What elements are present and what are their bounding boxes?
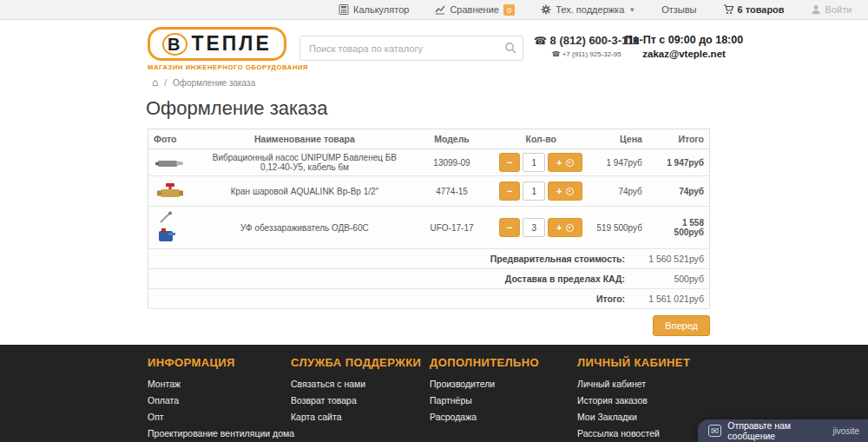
update-quantity-icon[interactable] — [566, 224, 574, 232]
grand-total-value: 1 561 021руб — [628, 294, 704, 304]
footer-heading: СЛУЖБА ПОДДЕРЖКИ — [291, 356, 421, 369]
qty-increase-button[interactable]: + — [548, 181, 582, 201]
calculator-label: Калькулятор — [353, 4, 409, 15]
phone-icon: ☎ — [534, 35, 547, 47]
logo-letter: В — [162, 33, 187, 56]
footer-heading: ЛИЧНЫЙ КАБИНЕТ — [577, 356, 690, 369]
compare-count-badge: 0 — [503, 4, 515, 16]
footer-link[interactable]: Оплата — [148, 395, 294, 406]
cell-qty: − + — [494, 207, 588, 249]
product-model: 4774-15 — [410, 176, 494, 207]
shipping-label: Доставка в пределах КАД: — [505, 274, 625, 284]
support-menu[interactable]: Тех. поддержка ▼ — [541, 4, 635, 15]
product-name-link[interactable]: Вибрационный насос UNIPUMP Бавленец БВ 0… — [200, 149, 410, 176]
calculator-link[interactable]: Калькулятор — [339, 4, 409, 15]
col-qty: Кол-во — [494, 129, 588, 149]
calculator-icon — [339, 4, 349, 15]
product-photo-valve[interactable] — [154, 180, 187, 202]
contact-email[interactable]: zakaz@vteple.net — [625, 49, 743, 59]
product-photo-uv-unit[interactable] — [154, 210, 187, 245]
search-icon[interactable] — [504, 42, 516, 54]
logo-subtitle: МАГАЗИН ИНЖЕНЕРНОГО ОБОРУДОВАНИЯ — [148, 63, 308, 71]
compare-chart-icon — [435, 4, 445, 15]
cart-section: Фото Наименование товара Модель Кол-во Ц… — [148, 129, 710, 336]
product-name-link[interactable]: Кран шаровой AQUALINK Вр-Вр 1/2" — [200, 176, 410, 207]
shipping-value: 500руб — [628, 274, 704, 284]
product-name-link[interactable]: УФ обеззараживатель ОДВ-60С — [200, 207, 410, 249]
cart-link[interactable]: 6 товаров — [723, 4, 785, 15]
footer-link[interactable]: Проектирование вентиляции дома — [148, 428, 294, 439]
footer-link[interactable]: Расродажа — [430, 412, 539, 422]
work-hours: Пн-Пт с 09:00 до 18:00 — [625, 34, 743, 46]
reviews-link[interactable]: Отзывы — [661, 4, 696, 15]
footer-link[interactable]: Производители — [430, 379, 539, 389]
col-total: Итого — [648, 129, 710, 149]
col-model: Модель — [410, 129, 494, 149]
total-row: Доставка в пределах КАД: 500руб — [148, 269, 710, 289]
footer-link[interactable]: Монтаж — [148, 379, 294, 389]
compare-label: Сравнение — [450, 4, 499, 15]
cart-count-label: 6 товаров — [738, 4, 785, 15]
qty-increase-button[interactable]: + — [548, 218, 582, 237]
footer-link[interactable]: Личный кабинет — [577, 379, 690, 389]
jivosite-brand-link[interactable]: jivosite — [832, 426, 859, 436]
home-icon[interactable]: ⌂ — [152, 76, 158, 89]
footer-link[interactable]: Карта сайта — [291, 412, 421, 422]
phone-icon-small: ☎ — [551, 50, 560, 58]
cart-actions: Вперед — [148, 315, 710, 336]
plus-icon: + — [556, 157, 562, 168]
top-utility-bar: Калькулятор Сравнение 0 Тех. поддержка ▼… — [0, 0, 868, 20]
breadcrumb-separator: / — [164, 78, 167, 88]
qty-decrease-button[interactable]: − — [499, 218, 520, 237]
plus-icon: + — [556, 186, 562, 196]
grand-total-label: Итого: — [596, 294, 625, 304]
product-total: 1 558 500руб — [648, 207, 710, 249]
site-logo[interactable]: ВТЕПЛЕ МАГАЗИН ИНЖЕНЕРНОГО ОБОРУДОВАНИЯ — [148, 27, 308, 71]
product-price: 1 947руб — [588, 149, 648, 176]
reviews-label: Отзывы — [661, 4, 696, 15]
qty-decrease-button[interactable]: − — [499, 181, 520, 201]
login-link[interactable]: Войти — [811, 4, 852, 15]
user-icon — [811, 4, 821, 15]
product-price: 519 500руб — [588, 207, 648, 249]
update-quantity-icon[interactable] — [566, 159, 574, 167]
breadcrumb: ⌂ / Оформление заказа — [152, 76, 255, 89]
chat-widget[interactable]: ✉ Отправьте нам сообщение jivosite — [698, 419, 868, 442]
qty-input[interactable] — [523, 218, 545, 237]
qty-input[interactable] — [523, 181, 545, 201]
qty-increase-button[interactable]: + — [548, 153, 582, 172]
footer-link[interactable]: Связаться с нами — [291, 379, 421, 389]
product-total: 1 947руб — [648, 149, 710, 176]
compare-link[interactable]: Сравнение 0 — [435, 4, 515, 16]
subtotal-label: Предварительная стоимость: — [490, 254, 625, 264]
logo-wordmark: ВТЕПЛЕ — [148, 27, 286, 61]
product-price: 74руб — [588, 176, 648, 207]
update-quantity-icon[interactable] — [566, 188, 574, 195]
footer-column-extra: ДОПОЛНИТЕЛЬНО Производители Партнёры Рас… — [430, 356, 539, 428]
search-input[interactable] — [299, 36, 523, 61]
footer-link[interactable]: Мои Закладки — [577, 412, 690, 422]
qty-input[interactable] — [523, 153, 545, 172]
next-button[interactable]: Вперед — [653, 315, 710, 336]
footer-link[interactable]: История заказов — [577, 395, 690, 406]
checkout-page: Калькулятор Сравнение 0 Тех. поддержка ▼… — [0, 0, 868, 442]
qty-decrease-button[interactable]: − — [499, 153, 520, 172]
site-header: ВТЕПЛЕ МАГАЗИН ИНЖЕНЕРНОГО ОБОРУДОВАНИЯ … — [0, 21, 868, 76]
plus-icon: + — [556, 222, 562, 233]
footer-heading: ДОПОЛНИТЕЛЬНО — [430, 356, 539, 369]
total-row: Итого: 1 561 021руб — [148, 289, 710, 309]
footer-link[interactable]: Возврат товара — [291, 395, 421, 406]
footer-link[interactable]: Рассылка новостей — [577, 428, 690, 439]
footer-link[interactable]: Партнёры — [430, 395, 539, 406]
chevron-down-icon: ▼ — [628, 6, 635, 14]
col-price: Цена — [588, 129, 648, 149]
product-photo-pump[interactable] — [154, 153, 187, 172]
login-label: Войти — [825, 4, 852, 15]
product-model: 13099-09 — [410, 149, 494, 176]
table-row: Вибрационный насос UNIPUMP Бавленец БВ 0… — [148, 149, 710, 176]
cell-qty: − + — [494, 149, 588, 176]
cart-header-row: Фото Наименование товара Модель Кол-во Ц… — [148, 129, 710, 149]
subtotal-value: 1 560 521руб — [628, 254, 704, 264]
phone-alt-number: +7 (911) 925-32-95 — [562, 50, 621, 58]
footer-link[interactable]: Опт — [148, 412, 294, 422]
